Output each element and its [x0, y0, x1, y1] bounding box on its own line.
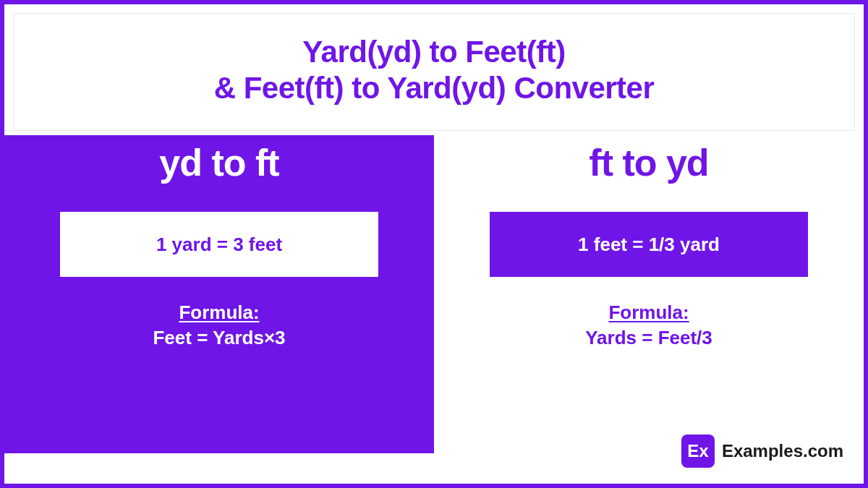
panel-yd-to-ft: yd to ft 1 yard = 3 feet Formula: Feet =…	[4, 135, 434, 453]
page-title: Yard(yd) to Feet(ft) & Feet(ft) to Yard(…	[28, 34, 840, 106]
formula-label-left: Formula:	[179, 301, 259, 324]
title-line-2: & Feet(ft) to Yard(yd) Converter	[214, 71, 655, 105]
panel-left-title: yd to ft	[159, 141, 278, 184]
brand-icon: Ex	[681, 435, 715, 468]
title-line-1: Yard(yd) to Feet(ft)	[302, 35, 565, 69]
formula-label-right: Formula:	[608, 301, 689, 324]
header-box: Yard(yd) to Feet(ft) & Feet(ft) to Yard(…	[13, 13, 855, 131]
brand-footer: Ex Examples.com	[681, 435, 843, 468]
panel-right-title: ft to yd	[589, 141, 708, 184]
equation-ft-to-yd: 1 feet = 1/3 yard	[490, 212, 808, 277]
panels-container: yd to ft 1 yard = 3 feet Formula: Feet =…	[4, 135, 864, 453]
panel-ft-to-yd: ft to yd 1 feet = 1/3 yard Formula: Yard…	[434, 135, 864, 453]
formula-text-left: Feet = Yards×3	[153, 327, 285, 349]
equation-yd-to-ft: 1 yard = 3 feet	[60, 212, 378, 277]
brand-name: Examples.com	[722, 441, 843, 461]
formula-text-right: Yards = Feet/3	[585, 327, 712, 349]
